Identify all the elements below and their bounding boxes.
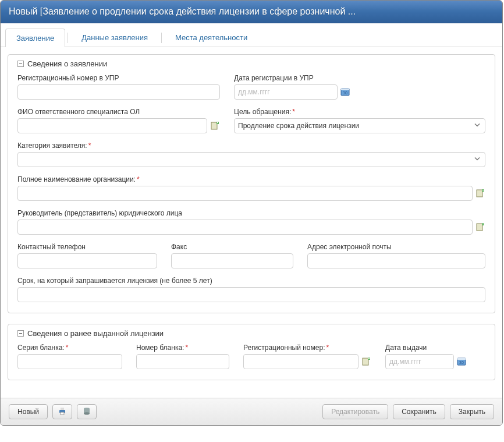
series-label: Серия бланка:* xyxy=(17,344,122,352)
collapse-icon[interactable] xyxy=(17,61,24,67)
new-button[interactable]: Новый xyxy=(9,404,48,419)
fieldset-prior-license: Сведения о ранее выданной лицензии Серия… xyxy=(8,324,495,380)
category-value[interactable] xyxy=(17,152,485,167)
tab-label: Места деятельности xyxy=(175,33,247,42)
calendar-icon[interactable]: 30 xyxy=(456,356,467,367)
svg-text:30: 30 xyxy=(459,360,464,365)
tab-label: Данные заявления xyxy=(81,33,148,42)
save-button[interactable]: Сохранить xyxy=(393,404,445,419)
responsible-label: ФИО ответственного специалиста ОЛ xyxy=(17,108,220,116)
tab-activity-places[interactable]: Места деятельности xyxy=(164,28,258,47)
purpose-label: Цель обращения:* xyxy=(234,108,485,116)
fieldset-title: Сведения о заявлении xyxy=(27,59,107,68)
svg-rect-7 xyxy=(477,224,482,231)
license-reg-number-label: Регистрационный номер:* xyxy=(243,344,371,352)
dialog-window: Новый [Заявление о продлении срока дейст… xyxy=(0,0,503,426)
fax-label: Факс xyxy=(171,243,293,251)
issue-date-label: Дата выдачи xyxy=(385,344,467,352)
button-label: Редактировать xyxy=(331,408,379,416)
svg-rect-16 xyxy=(61,412,64,415)
series-input[interactable] xyxy=(17,354,122,369)
titlebar: Новый [Заявление о продлении срока дейст… xyxy=(1,1,502,23)
form-content: Сведения о заявлении Регистрационный ном… xyxy=(1,47,502,398)
category-select[interactable] xyxy=(17,152,485,167)
issue-date-input[interactable] xyxy=(385,354,454,369)
fieldset-application-info: Сведения о заявлении Регистрационный ном… xyxy=(8,54,495,313)
collapse-icon[interactable] xyxy=(17,330,24,337)
email-input[interactable] xyxy=(307,253,485,268)
blank-number-label: Номер бланка:* xyxy=(136,344,229,352)
tab-application[interactable]: Заявление xyxy=(5,29,65,47)
email-label: Адрес электронной почты xyxy=(307,243,485,251)
calendar-icon[interactable]: 30 xyxy=(340,87,350,97)
svg-text:30: 30 xyxy=(343,91,347,95)
fieldset-header: Сведения о ранее выданной лицензии xyxy=(17,329,485,338)
tab-bar: Заявление Данные заявления Места деятель… xyxy=(1,23,502,47)
tab-separator xyxy=(161,33,162,43)
tab-application-data[interactable]: Данные заявления xyxy=(70,28,159,47)
fax-input[interactable] xyxy=(171,253,293,268)
svg-point-19 xyxy=(84,412,90,415)
phone-input[interactable] xyxy=(17,253,157,268)
org-name-label: Полное наименование организации:* xyxy=(17,175,485,183)
chevron-down-icon[interactable] xyxy=(474,122,481,130)
blank-number-input[interactable] xyxy=(136,354,229,369)
fieldset-title: Сведения о ранее выданной лицензии xyxy=(27,329,164,338)
term-input[interactable] xyxy=(17,287,485,302)
button-label: Новый xyxy=(17,408,39,416)
org-name-input[interactable] xyxy=(17,186,473,201)
reg-date-label: Дата регистрации в УПР xyxy=(234,74,350,82)
head-input[interactable] xyxy=(17,220,473,235)
svg-rect-12 xyxy=(457,358,466,360)
reg-number-label: Регистрационный номер в УПР xyxy=(17,74,220,82)
footer-toolbar: Новый Редактировать Сохранить Закрыть xyxy=(1,398,502,425)
svg-rect-3 xyxy=(211,122,217,129)
responsible-input[interactable] xyxy=(17,118,207,133)
button-label: Сохранить xyxy=(402,408,436,416)
phone-label: Контактный телефон xyxy=(17,243,157,251)
license-reg-number-input[interactable] xyxy=(243,354,359,369)
window-title: Новый [Заявление о продлении срока дейст… xyxy=(9,6,356,16)
head-label: Руководитель (представитель) юридическог… xyxy=(17,209,485,217)
lookup-icon[interactable] xyxy=(475,222,485,232)
tab-separator xyxy=(68,33,68,43)
svg-rect-5 xyxy=(477,190,482,197)
attach-button[interactable] xyxy=(77,404,97,419)
term-label: Срок, на который запрашивается лицензия … xyxy=(17,277,485,285)
reg-date-input[interactable] xyxy=(234,84,338,100)
printer-icon xyxy=(58,406,67,418)
svg-rect-9 xyxy=(363,358,368,365)
lookup-icon[interactable] xyxy=(210,121,220,131)
svg-rect-15 xyxy=(61,408,64,410)
purpose-select[interactable] xyxy=(234,118,485,133)
purpose-value[interactable] xyxy=(234,118,485,133)
lookup-icon[interactable] xyxy=(361,356,371,367)
fieldset-header: Сведения о заявлении xyxy=(17,59,485,68)
svg-rect-1 xyxy=(341,89,349,90)
button-label: Закрыть xyxy=(459,408,485,416)
database-icon xyxy=(82,406,91,418)
edit-button: Редактировать xyxy=(322,404,388,419)
tab-label: Заявление xyxy=(16,34,54,43)
category-label: Категория заявителя:* xyxy=(17,142,485,150)
close-button[interactable]: Закрыть xyxy=(450,404,494,419)
chevron-down-icon[interactable] xyxy=(474,155,481,164)
print-button[interactable] xyxy=(52,404,72,419)
lookup-icon[interactable] xyxy=(475,188,485,199)
reg-number-input[interactable] xyxy=(17,84,220,100)
